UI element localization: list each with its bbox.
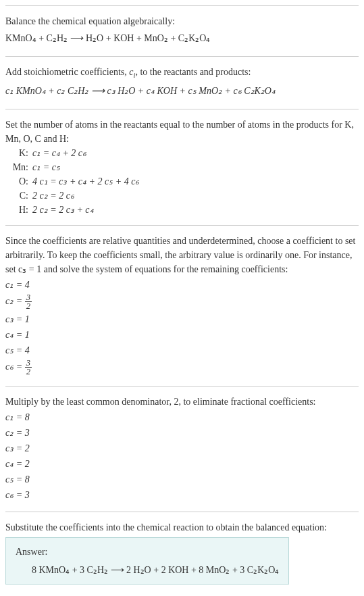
atom-label: K:: [8, 146, 32, 160]
atom-balance-intro: Set the number of atoms in the reactants…: [5, 118, 359, 146]
solve-intro: Since the coefficients are relative quan…: [5, 234, 359, 276]
section-multiply: Multiply by the least common denominator…: [5, 386, 359, 512]
problem-intro: Balance the chemical equation algebraica…: [5, 14, 359, 28]
section-problem: Balance the chemical equation algebraica…: [5, 5, 359, 56]
atom-row-h: H: 2 c₂ = 2 c₃ + c₄: [8, 203, 359, 217]
atom-balance-table: K: c₁ = c₄ + 2 c₆ Mn: c₁ = c₅ O: 4 c₁ = …: [8, 146, 359, 217]
answer-intro: Substitute the coefficients into the che…: [5, 520, 359, 535]
atom-label: Mn:: [8, 160, 32, 174]
frac-num: 3: [25, 359, 32, 368]
atom-row-o: O: 4 c₁ = c₃ + c₄ + 2 c₅ + 4 c₆: [8, 174, 359, 189]
multiply-intro: Multiply by the least common denominator…: [5, 395, 359, 409]
atom-row-mn: Mn: c₁ = c₅: [8, 160, 359, 174]
section-coefficients: Add stoichiometric coefficients, ci, to …: [5, 56, 359, 109]
coef-c2-lhs: c₂ =: [5, 296, 25, 306]
frac-den: 2: [25, 368, 32, 376]
frac-num: 3: [25, 293, 32, 303]
frac-den: 2: [25, 302, 32, 311]
atom-equation: 2 c₂ = 2 c₆: [32, 189, 74, 203]
coef-intro-text-before: Add stoichiometric coefficients,: [5, 67, 129, 77]
coef-c2: c₂ = 32: [5, 293, 359, 311]
coef-c1: c₁ = 4: [5, 278, 359, 292]
unbalanced-equation: KMnO₄ + C₂H₂ ⟶ H₂O + KOH + MnO₂ + C₂K₂O₄: [5, 31, 359, 45]
int-coef-c1: c₁ = 8: [5, 410, 359, 424]
answer-label: Answer:: [16, 545, 279, 559]
coef-c6: c₆ = 32: [5, 359, 359, 376]
symbolic-equation: c₁ KMnO₄ + c₂ C₂H₂ ⟶ c₃ H₂O + c₄ KOH + c…: [5, 84, 359, 98]
section-solve: Since the coefficients are relative quan…: [5, 225, 359, 386]
atom-label: C:: [8, 189, 32, 203]
atom-label: O:: [8, 174, 32, 189]
atom-equation: 2 c₂ = 2 c₃ + c₄: [32, 203, 94, 217]
balanced-equation: 8 KMnO₄ + 3 C₂H₂ ⟶ 2 H₂O + 2 KOH + 8 MnO…: [16, 563, 279, 577]
fraction: 32: [25, 359, 32, 376]
answer-box: Answer: 8 KMnO₄ + 3 C₂H₂ ⟶ 2 H₂O + 2 KOH…: [5, 537, 289, 585]
atom-row-k: K: c₁ = c₄ + 2 c₆: [8, 146, 359, 160]
atom-equation: c₁ = c₅: [32, 160, 60, 174]
fraction: 32: [25, 293, 32, 311]
section-answer: Substitute the coefficients into the che…: [5, 512, 359, 593]
int-coef-c4: c₄ = 2: [5, 457, 359, 471]
int-coef-c3: c₃ = 2: [5, 441, 359, 455]
atom-label: H:: [8, 203, 32, 217]
atom-row-c: C: 2 c₂ = 2 c₆: [8, 189, 359, 203]
coef-intro: Add stoichiometric coefficients, ci, to …: [5, 65, 359, 81]
coef-c5: c₅ = 4: [5, 343, 359, 357]
atom-equation: 4 c₁ = c₃ + c₄ + 2 c₅ + 4 c₆: [32, 174, 139, 189]
atom-equation: c₁ = c₄ + 2 c₆: [32, 146, 86, 160]
section-atom-balance: Set the number of atoms in the reactants…: [5, 109, 359, 225]
coef-c3: c₃ = 1: [5, 312, 359, 326]
int-coef-c5: c₅ = 8: [5, 472, 359, 487]
coef-c6-lhs: c₆ =: [5, 362, 25, 372]
coef-c4: c₄ = 1: [5, 328, 359, 342]
int-coef-c6: c₆ = 3: [5, 488, 359, 502]
coef-intro-text-after: , to the reactants and products:: [135, 67, 251, 77]
int-coef-c2: c₂ = 3: [5, 426, 359, 440]
